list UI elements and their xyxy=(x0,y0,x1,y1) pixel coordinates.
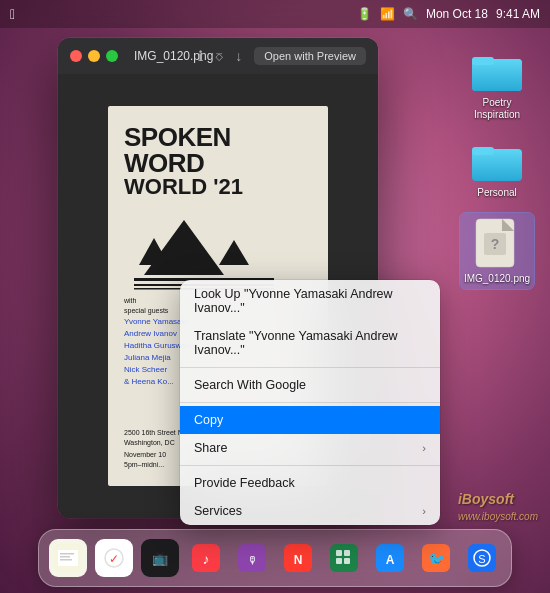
desktop:  🔋 📶 🔍 Mon Oct 18 9:41 AM xyxy=(0,0,550,593)
numbers-icon xyxy=(325,539,363,577)
desktop-icon-personal[interactable]: Personal xyxy=(467,135,527,203)
menu-item-share[interactable]: Share › xyxy=(180,434,440,462)
dock-item-numbers[interactable] xyxy=(323,537,365,579)
svg-rect-2 xyxy=(472,57,494,65)
menubar-left:  xyxy=(10,6,15,22)
share-icon[interactable]: ⎏ xyxy=(215,48,223,64)
lookup-label: Look Up "Yvonne Yamasaki Andrew Ivanov..… xyxy=(194,287,426,315)
share-label: Share xyxy=(194,441,227,455)
copy-label: Copy xyxy=(194,413,223,427)
img-file-label: IMG_0120.png xyxy=(464,273,530,285)
file-icon-img: ? xyxy=(474,217,520,269)
dock-item-news[interactable]: N xyxy=(277,537,319,579)
svg-rect-33 xyxy=(344,550,350,556)
menubar-right: 🔋 📶 🔍 Mon Oct 18 9:41 AM xyxy=(357,7,540,21)
music-icon: ♪ xyxy=(187,539,225,577)
appletv-icon: 📺 xyxy=(141,539,179,577)
svg-marker-11 xyxy=(219,240,249,265)
reminders-icon: ✓ xyxy=(95,539,133,577)
window-titlebar: IMG_0120.png ℹ ⎏ ↓ Open with Preview xyxy=(58,38,378,74)
notes-icon xyxy=(49,539,87,577)
menu-time: 9:41 AM xyxy=(496,7,540,21)
open-with-preview-button[interactable]: Open with Preview xyxy=(254,47,366,65)
dock-item-music[interactable]: ♪ xyxy=(185,537,227,579)
desktop-icon-poetry[interactable]: Poetry Inspiration xyxy=(458,45,536,125)
dock: ✓ 📺 ♪ 🎙 N xyxy=(38,529,512,587)
menu-separator-3 xyxy=(180,465,440,466)
services-label: Services xyxy=(194,504,242,518)
news-icon: N xyxy=(279,539,317,577)
menubar:  🔋 📶 🔍 Mon Oct 18 9:41 AM xyxy=(0,0,550,28)
menu-item-translate[interactable]: Translate "Yvonne Yamasaki Andrew Ivanov… xyxy=(180,322,440,364)
svg-text:N: N xyxy=(294,553,303,567)
finder-icon: S xyxy=(463,539,501,577)
svg-text:♪: ♪ xyxy=(203,551,210,567)
minimize-button[interactable] xyxy=(88,50,100,62)
window-actions: ℹ ⎏ ↓ Open with Preview xyxy=(198,47,366,65)
watermark: iBoysoft www.iboysoft.com xyxy=(458,491,538,523)
dock-item-finder[interactable]: S xyxy=(461,537,503,579)
dock-item-podcasts[interactable]: 🎙 xyxy=(231,537,273,579)
svg-text:🎙: 🎙 xyxy=(247,554,258,566)
desktop-icons: Poetry Inspiration Personal xyxy=(458,45,536,289)
watermark-text: iBoysoft xyxy=(458,491,514,507)
swift-icon: 🐦 xyxy=(417,539,455,577)
translate-label: Translate "Yvonne Yamasaki Andrew Ivanov… xyxy=(194,329,426,357)
watermark-url: www.iboysoft.com xyxy=(458,511,538,522)
svg-rect-16 xyxy=(58,550,78,566)
svg-text:A: A xyxy=(386,553,395,567)
poster-title: SPOKEN WORD xyxy=(124,124,312,176)
poster-mountains-graphic xyxy=(124,210,284,290)
menu-item-search[interactable]: Search With Google xyxy=(180,371,440,399)
svg-rect-18 xyxy=(60,556,70,558)
svg-rect-35 xyxy=(344,558,350,564)
info-icon[interactable]: ℹ xyxy=(198,48,203,64)
maximize-button[interactable] xyxy=(106,50,118,62)
dock-item-swift[interactable]: 🐦 xyxy=(415,537,457,579)
close-button[interactable] xyxy=(70,50,82,62)
search-icon[interactable]: 🔍 xyxy=(403,7,418,21)
svg-text:🐦: 🐦 xyxy=(428,551,446,568)
podcasts-icon: 🎙 xyxy=(233,539,271,577)
personal-label: Personal xyxy=(477,187,516,199)
menu-datetime: Mon Oct 18 xyxy=(426,7,488,21)
svg-rect-34 xyxy=(336,558,342,564)
search-label: Search With Google xyxy=(194,378,306,392)
folder-icon-poetry xyxy=(471,49,523,93)
desktop-icon-img-file[interactable]: ? IMG_0120.png xyxy=(460,213,534,289)
dock-item-reminders[interactable]: ✓ xyxy=(93,537,135,579)
menu-separator-2 xyxy=(180,402,440,403)
feedback-label: Provide Feedback xyxy=(194,476,295,490)
appstore-icon: A xyxy=(371,539,409,577)
apple-logo-icon:  xyxy=(10,6,15,22)
svg-text:✓: ✓ xyxy=(109,552,119,566)
menu-item-feedback[interactable]: Provide Feedback xyxy=(180,469,440,497)
folder-icon-personal xyxy=(471,139,523,183)
menu-item-copy[interactable]: Copy xyxy=(180,406,440,434)
traffic-lights xyxy=(70,50,118,62)
save-icon[interactable]: ↓ xyxy=(235,48,242,64)
battery-icon: 🔋 xyxy=(357,7,372,21)
poetry-inspiration-label: Poetry Inspiration xyxy=(462,97,532,121)
svg-rect-4 xyxy=(472,147,494,155)
context-menu: Look Up "Yvonne Yamasaki Andrew Ivanov..… xyxy=(180,280,440,525)
svg-rect-31 xyxy=(330,544,358,572)
svg-text:?: ? xyxy=(491,236,500,252)
svg-rect-17 xyxy=(60,553,74,555)
menu-item-services[interactable]: Services › xyxy=(180,497,440,525)
wifi-icon: 📶 xyxy=(380,7,395,21)
svg-rect-32 xyxy=(336,550,342,556)
svg-rect-19 xyxy=(60,559,72,561)
menu-item-lookup[interactable]: Look Up "Yvonne Yamasaki Andrew Ivanov..… xyxy=(180,280,440,322)
dock-item-appletv[interactable]: 📺 xyxy=(139,537,181,579)
svg-text:📺: 📺 xyxy=(152,550,169,567)
dock-item-notes[interactable] xyxy=(47,537,89,579)
services-arrow-icon: › xyxy=(422,505,426,517)
poster-subtitle: WORLD '21 xyxy=(124,176,312,198)
dock-item-appstore[interactable]: A xyxy=(369,537,411,579)
share-arrow-icon: › xyxy=(422,442,426,454)
menu-separator-1 xyxy=(180,367,440,368)
svg-text:S: S xyxy=(478,553,485,565)
